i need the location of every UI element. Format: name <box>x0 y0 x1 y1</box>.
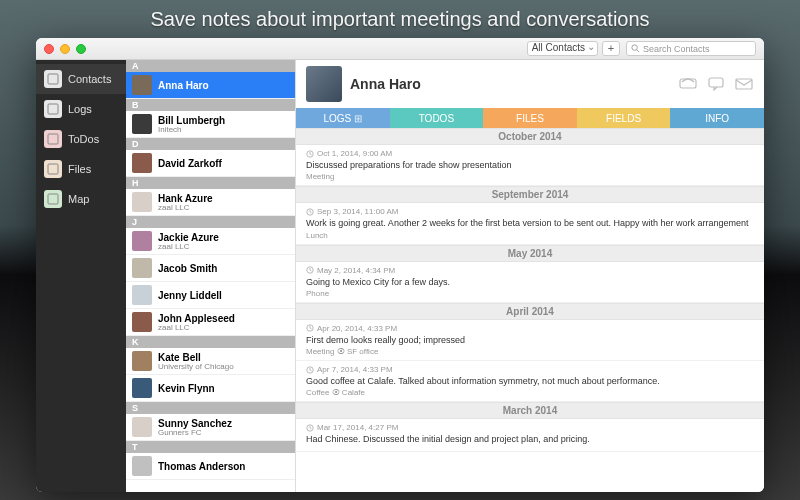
log-entry[interactable]: Sep 3, 2014, 11:00 AMWork is going great… <box>296 203 764 244</box>
tab-info[interactable]: INFO <box>670 108 764 128</box>
sidebar-item-label: Files <box>68 163 91 175</box>
list-item[interactable]: John Appleseedzaal LLC <box>126 309 295 336</box>
avatar <box>132 456 152 476</box>
contact-name: Jacob Smith <box>158 263 217 274</box>
log-text: Had Chinese. Discussed the initial desig… <box>306 434 754 445</box>
contact-name: Sunny Sanchez <box>158 418 232 429</box>
contact-name: David Zarkoff <box>158 158 222 169</box>
logs-icon <box>44 100 62 118</box>
list-item[interactable]: Hank Azurezaal LLC <box>126 189 295 216</box>
zoom-icon[interactable] <box>76 44 86 54</box>
contact-name: Bill Lumbergh <box>158 115 225 126</box>
clock-icon <box>306 150 314 158</box>
list-section-header: J <box>126 216 295 228</box>
svg-rect-3 <box>48 104 58 114</box>
clock-icon <box>306 324 314 332</box>
search-icon <box>631 44 640 53</box>
log-entry[interactable]: Apr 7, 2014, 4:33 PMGood coffee at Calaf… <box>296 361 764 402</box>
contact-subtitle: zaal LLC <box>158 324 235 332</box>
sidebar: ContactsLogsToDosFilesMap <box>36 60 126 492</box>
sidebar-item-files[interactable]: Files <box>36 154 126 184</box>
contact-subtitle: Gunners FC <box>158 429 232 437</box>
list-section-header: K <box>126 336 295 348</box>
log-timestamp: Apr 20, 2014, 4:33 PM <box>306 324 754 333</box>
contact-name: Anna Haro <box>158 80 209 91</box>
avatar <box>132 312 152 332</box>
add-contact-button[interactable]: + <box>602 41 620 56</box>
tab-files[interactable]: FILES <box>483 108 577 128</box>
sidebar-item-label: Logs <box>68 103 92 115</box>
log-entry[interactable]: Apr 20, 2014, 4:33 PMFirst demo looks re… <box>296 320 764 361</box>
contact-name: Kevin Flynn <box>158 383 215 394</box>
sidebar-item-logs[interactable]: Logs <box>36 94 126 124</box>
tab-fields[interactable]: FIELDS <box>577 108 671 128</box>
svg-rect-4 <box>48 134 58 144</box>
log-entry[interactable]: May 2, 2014, 4:34 PMGoing to Mexico City… <box>296 262 764 303</box>
log-tags: Lunch <box>306 231 754 240</box>
tab-logs[interactable]: LOGS ⊞ <box>296 108 390 128</box>
avatar <box>132 351 152 371</box>
contact-name: Thomas Anderson <box>158 461 245 472</box>
sidebar-item-contacts[interactable]: Contacts <box>36 64 126 94</box>
files-icon <box>44 160 62 178</box>
log-timestamp: Mar 17, 2014, 4:27 PM <box>306 423 754 432</box>
sidebar-item-label: Contacts <box>68 73 111 85</box>
clock-icon <box>306 366 314 374</box>
list-item[interactable]: Thomas Anderson <box>126 453 295 480</box>
clock-icon <box>306 266 314 274</box>
contact-name: Kate Bell <box>158 352 234 363</box>
log-entry[interactable]: Oct 1, 2014, 9:00 AMDiscussed preparatio… <box>296 145 764 186</box>
contact-list[interactable]: AAnna HaroBBill LumberghInitechDDavid Za… <box>126 60 296 492</box>
todos-icon <box>44 130 62 148</box>
detail-pane: Anna Haro LOGS ⊞ TODOS FILES FI <box>296 60 764 492</box>
plus-icon: ⊞ <box>354 113 362 124</box>
clock-icon <box>306 424 314 432</box>
log-tags: Meeting ⦿ SF office <box>306 347 754 356</box>
list-item[interactable]: Bill LumberghInitech <box>126 111 295 138</box>
tab-todos[interactable]: TODOS <box>390 108 484 128</box>
contacts-icon <box>44 70 62 88</box>
avatar <box>132 114 152 134</box>
call-icon[interactable] <box>678 76 698 92</box>
chat-icon[interactable] <box>706 76 726 92</box>
sidebar-item-todos[interactable]: ToDos <box>36 124 126 154</box>
list-section-header: H <box>126 177 295 189</box>
list-section-header: A <box>126 60 295 72</box>
list-section-header: S <box>126 402 295 414</box>
close-icon[interactable] <box>44 44 54 54</box>
log-list[interactable]: October 2014Oct 1, 2014, 9:00 AMDiscusse… <box>296 128 764 492</box>
titlebar: All Contacts + Search Contacts <box>36 38 764 60</box>
sidebar-item-label: ToDos <box>68 133 99 145</box>
avatar <box>132 378 152 398</box>
contact-name: Jenny Liddell <box>158 290 222 301</box>
detail-tabs: LOGS ⊞ TODOS FILES FIELDS INFO <box>296 108 764 128</box>
list-item[interactable]: Jackie Azurezaal LLC <box>126 228 295 255</box>
mail-icon[interactable] <box>734 76 754 92</box>
list-item[interactable]: Anna Haro <box>126 72 295 99</box>
log-month-header: October 2014 <box>296 128 764 145</box>
list-item[interactable]: Kate BellUniversity of Chicago <box>126 348 295 375</box>
contacts-filter-select[interactable]: All Contacts <box>527 41 598 56</box>
list-item[interactable]: Jenny Liddell <box>126 282 295 309</box>
avatar <box>132 153 152 173</box>
list-section-header: B <box>126 99 295 111</box>
list-item[interactable]: Sunny SanchezGunners FC <box>126 414 295 441</box>
search-input[interactable]: Search Contacts <box>626 41 756 56</box>
log-text: Work is going great. Another 2 weeks for… <box>306 218 754 229</box>
list-item[interactable]: Jacob Smith <box>126 255 295 282</box>
log-tags: Phone <box>306 289 754 298</box>
minimize-icon[interactable] <box>60 44 70 54</box>
window-controls <box>44 44 86 54</box>
sidebar-item-map[interactable]: Map <box>36 184 126 214</box>
list-item[interactable]: David Zarkoff <box>126 150 295 177</box>
avatar <box>132 258 152 278</box>
svg-rect-8 <box>709 78 723 87</box>
avatar <box>132 417 152 437</box>
log-tags: Coffee ⦿ Calafe <box>306 388 754 397</box>
log-month-header: September 2014 <box>296 186 764 203</box>
log-month-header: May 2014 <box>296 245 764 262</box>
list-item[interactable]: Kevin Flynn <box>126 375 295 402</box>
promo-banner: Save notes about important meetings and … <box>0 0 800 35</box>
log-month-header: April 2014 <box>296 303 764 320</box>
log-entry[interactable]: Mar 17, 2014, 4:27 PMHad Chinese. Discus… <box>296 419 764 451</box>
